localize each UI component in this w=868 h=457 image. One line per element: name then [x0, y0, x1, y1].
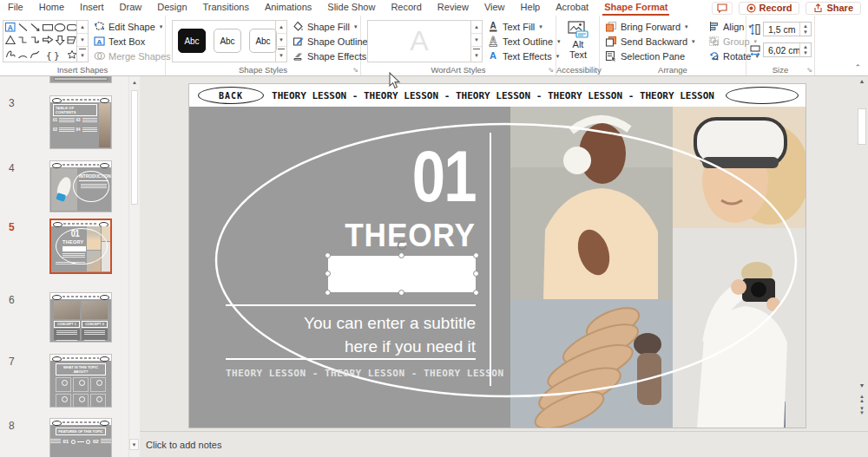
- scroll-up-icon[interactable]: ▲: [77, 21, 88, 34]
- previous-slide-button[interactable]: ▲▲: [857, 395, 867, 402]
- resize-handle-sw[interactable]: [325, 290, 331, 296]
- photo-man-headphones[interactable]: [510, 107, 673, 299]
- scroll-up-icon[interactable]: ▲: [471, 21, 482, 34]
- scroll-down-icon[interactable]: ▼: [77, 34, 88, 47]
- share-button[interactable]: Share: [806, 2, 861, 15]
- gallery-more-icon[interactable]: ▼: [278, 49, 285, 62]
- shape-gallery-scroll[interactable]: ▲ ▼ ▼: [76, 21, 88, 62]
- tab-record[interactable]: Record: [383, 0, 429, 16]
- slide-thumbnail-3[interactable]: TABLE OF CONTENTS 01 03 02 04: [49, 95, 112, 149]
- tab-file[interactable]: File: [0, 0, 31, 16]
- tab-slide-show[interactable]: Slide Show: [319, 0, 383, 16]
- spin-down-icon[interactable]: ▼: [800, 29, 811, 36]
- canvas-scrollbar-thumb[interactable]: [858, 108, 866, 145]
- gallery-more-icon[interactable]: ▼: [473, 49, 480, 62]
- shape-gallery[interactable]: A { } ▲ ▼ ▼: [3, 20, 89, 62]
- tab-review[interactable]: Review: [430, 0, 477, 16]
- group-accessibility: Alt Text Accessibility: [556, 16, 600, 75]
- tab-animations[interactable]: Animations: [257, 0, 319, 16]
- shape-style-preset-3[interactable]: Abc: [249, 29, 277, 53]
- spin-up-icon[interactable]: ▲: [800, 23, 811, 29]
- align-button[interactable]: Align▾: [708, 20, 752, 33]
- shape-style-preset-2[interactable]: Abc: [214, 29, 241, 53]
- send-backward-button[interactable]: Send Backward▾: [605, 35, 695, 48]
- tab-help[interactable]: Help: [513, 0, 549, 16]
- shape-styles-dialog-launcher[interactable]: ⇘: [352, 67, 358, 74]
- photo-vr-woman[interactable]: [673, 107, 806, 228]
- tab-design[interactable]: Design: [149, 0, 194, 16]
- resize-handle-n[interactable]: [398, 252, 404, 258]
- thumb-scroll-up-icon[interactable]: ▲: [129, 77, 140, 88]
- slide-footer-strip-text[interactable]: THEORY LESSON - THEORY LESSON - THEORY L…: [226, 368, 504, 379]
- slide-5-editor[interactable]: BACK THEORY LESSON - THEORY LESSON - THE…: [189, 84, 806, 428]
- slide-thumbnail-4[interactable]: INTRODUCTION: [49, 160, 112, 212]
- tab-acrobat[interactable]: Acrobat: [548, 0, 596, 16]
- shape-width-input[interactable]: 6,02 cm ▲▼: [763, 42, 812, 57]
- edit-shape-button[interactable]: Edit Shape▾: [94, 20, 162, 33]
- canvas-scroll-down-icon[interactable]: ▼: [857, 382, 867, 388]
- scroll-down-icon[interactable]: ▼: [471, 34, 482, 47]
- divider-line-top[interactable]: [226, 304, 476, 306]
- resize-handle-nw[interactable]: [325, 252, 331, 258]
- height-spinner[interactable]: ▲▼: [799, 23, 811, 36]
- wordart-preview[interactable]: A: [368, 21, 470, 62]
- text-fill-button[interactable]: A Text Fill▾: [488, 20, 542, 33]
- slide-thumbnail-2-partial[interactable]: [49, 76, 112, 83]
- text-box-button[interactable]: A Text Box: [94, 35, 145, 48]
- vertical-divider-line[interactable]: [490, 133, 491, 386]
- scroll-down-icon[interactable]: ▼: [276, 34, 286, 47]
- resize-handle-e[interactable]: [473, 271, 479, 277]
- slide-thumbnail-5[interactable]: 01 THEORY: [49, 219, 112, 274]
- text-outline-button[interactable]: A Text Outline▾: [488, 35, 561, 48]
- tab-home[interactable]: Home: [31, 0, 72, 16]
- notes-pane[interactable]: Click to add notes: [140, 431, 868, 457]
- wordart-scroll[interactable]: ▲ ▼ ▼: [470, 21, 482, 62]
- slide-thumbnail-6[interactable]: CONCEPT 1 CONCEPT 2: [49, 292, 112, 343]
- size-dialog-launcher[interactable]: ⇘: [806, 67, 812, 74]
- width-spinner[interactable]: ▲▼: [799, 43, 811, 56]
- resize-handle-ne[interactable]: [473, 252, 479, 258]
- slide-thumbnail-8[interactable]: FEATURES OF THIS TOPIC 01 02: [49, 418, 112, 457]
- selection-pane-button[interactable]: Selection Pane: [605, 49, 685, 62]
- next-slide-button[interactable]: ▼▼: [857, 407, 867, 415]
- slide-title-theory[interactable]: THEORY: [294, 218, 476, 254]
- shape-fill-button[interactable]: Shape Fill▾: [293, 20, 357, 33]
- thumb-scroll-down-icon[interactable]: ▼: [129, 439, 139, 450]
- resize-handle-se[interactable]: [473, 290, 479, 296]
- collapse-ribbon-icon[interactable]: ⌃: [854, 63, 861, 72]
- spin-up-icon[interactable]: ▲: [800, 43, 811, 50]
- canvas-scroll-up-icon[interactable]: ▲: [857, 78, 867, 84]
- shape-style-scroll[interactable]: ▲ ▼ ▼: [275, 21, 286, 62]
- alt-text-label-2: Text: [569, 49, 587, 60]
- tab-shape-format[interactable]: Shape Format: [596, 0, 675, 16]
- rotate-handle-icon[interactable]: [396, 239, 408, 251]
- tab-transitions[interactable]: Transitions: [195, 0, 257, 16]
- slide-thumbnail-7[interactable]: WHAT IS THIS TOPIC ABOUT?: [49, 354, 112, 408]
- shape-style-preset-1[interactable]: Abc: [178, 29, 206, 53]
- photo-camera-person[interactable]: [673, 228, 806, 428]
- resize-handle-s[interactable]: [398, 290, 404, 296]
- alt-text-button[interactable]: Alt Text: [563, 21, 593, 60]
- resize-handle-w[interactable]: [325, 271, 331, 277]
- back-button[interactable]: BACK: [198, 87, 264, 104]
- spin-down-icon[interactable]: ▼: [800, 50, 811, 57]
- wordart-dialog-launcher[interactable]: ⇘: [548, 67, 554, 74]
- scroll-up-icon[interactable]: ▲: [276, 21, 286, 34]
- shape-height-input[interactable]: 1,5 cm ▲▼: [763, 22, 812, 36]
- tab-view[interactable]: View: [477, 0, 513, 16]
- text-effects-button[interactable]: A Text Effects▾: [488, 49, 559, 62]
- bring-forward-button[interactable]: Bring Forward▾: [605, 20, 688, 33]
- photo-spiral-object[interactable]: [510, 299, 673, 428]
- slide-subtitle[interactable]: You can enter a subtitle here if you nee…: [250, 311, 476, 358]
- tab-draw[interactable]: Draw: [112, 0, 150, 16]
- divider-line-bottom[interactable]: [226, 358, 476, 360]
- selected-text-box[interactable]: [328, 256, 476, 292]
- thumbnail-scrollbar[interactable]: ▲ ▼: [128, 76, 140, 457]
- header-ellipse-shape[interactable]: [726, 87, 799, 104]
- record-button[interactable]: Record: [739, 2, 800, 15]
- slide-big-number[interactable]: 01: [319, 140, 476, 212]
- thumb-scrollbar-thumb[interactable]: [131, 90, 138, 205]
- comments-button[interactable]: [712, 2, 733, 15]
- tab-insert[interactable]: Insert: [72, 0, 112, 16]
- gallery-more-icon[interactable]: ▼: [79, 49, 86, 62]
